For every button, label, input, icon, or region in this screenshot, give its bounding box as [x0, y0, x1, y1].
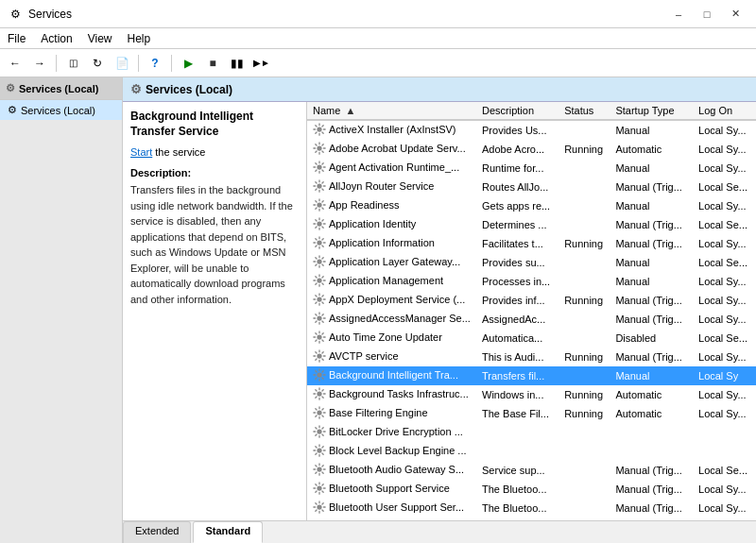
table-row[interactable]: Bluetooth Support ServiceThe Bluetoo...M…: [307, 480, 756, 499]
col-header-description[interactable]: Description: [476, 102, 558, 120]
table-row[interactable]: Application IdentityDetermines ...Manual…: [307, 215, 756, 234]
col-header-status[interactable]: Status: [558, 102, 610, 120]
cell-status: [558, 461, 610, 480]
table-row[interactable]: AllJoyn Router ServiceRoutes AllJo...Man…: [307, 178, 756, 196]
table-row[interactable]: Agent Activation Runtime_...Runtime for.…: [307, 159, 756, 178]
table-row[interactable]: Base Filtering EngineThe Base Fil...Runn…: [307, 404, 756, 423]
back-button[interactable]: ←: [4, 52, 26, 75]
table-row[interactable]: App ReadinessGets apps re...ManualLocal …: [307, 196, 756, 215]
svg-point-6: [317, 240, 321, 245]
cell-logon: Local Sy: [693, 366, 756, 385]
menu-help[interactable]: Help: [120, 28, 159, 48]
table-row[interactable]: Application InformationFacilitates t...R…: [307, 234, 756, 253]
svg-point-2: [317, 164, 321, 169]
services-table-area[interactable]: Name ▲ Description Status Startup Type L…: [307, 102, 756, 520]
cell-startup: [610, 442, 693, 461]
service-gear-icon: [313, 349, 326, 363]
table-row[interactable]: Application ManagementProcesses in...Man…: [307, 272, 756, 291]
refresh-button[interactable]: ↻: [86, 52, 109, 75]
cell-description: Adobe Acro...: [476, 140, 558, 159]
table-row[interactable]: Adobe Acrobat Update Serv...Adobe Acro..…: [307, 140, 756, 159]
service-gear-icon: [313, 142, 326, 155]
help-button[interactable]: ?: [144, 52, 166, 75]
cell-startup: Manual (Trig...: [610, 291, 693, 310]
bottom-tabs: Extended Standard: [123, 520, 756, 543]
cell-name: ActiveX Installer (AxInstSV): [307, 120, 476, 140]
cell-status: [558, 423, 610, 442]
cell-description: Gets apps re...: [476, 196, 558, 215]
start-service-link[interactable]: Start: [130, 146, 152, 158]
menu-view[interactable]: View: [80, 28, 120, 48]
menu-action[interactable]: Action: [33, 28, 79, 48]
svg-point-11: [317, 334, 321, 339]
sidebar-item-services-local[interactable]: ⚙ Services (Local): [0, 100, 122, 120]
sidebar-item-label: Services (Local): [21, 105, 95, 116]
start-service-button[interactable]: ▶: [177, 52, 199, 75]
table-row[interactable]: ActiveX Installer (AxInstSV)Provides Us.…: [307, 120, 756, 140]
toolbar-sep-3: [171, 55, 172, 72]
svg-point-16: [317, 429, 321, 433]
sidebar: ⚙ Services (Local) ⚙ Services (Local): [0, 77, 123, 543]
cell-description: Runtime for...: [476, 159, 558, 178]
svg-point-18: [317, 467, 321, 471]
cell-name: AppX Deployment Service (...: [307, 291, 476, 310]
cell-logon: Local Sy...: [693, 348, 756, 366]
tab-standard[interactable]: Standard: [193, 521, 263, 543]
table-row[interactable]: Bluetooth Audio Gateway S...Service sup.…: [307, 461, 756, 480]
forward-button[interactable]: →: [28, 52, 51, 75]
svg-point-4: [317, 202, 321, 207]
close-button[interactable]: ✕: [722, 1, 748, 27]
cell-status: [558, 178, 610, 196]
service-gear-icon: [313, 312, 326, 325]
sidebar-icon: ⚙: [6, 82, 15, 94]
cell-description: Service sup...: [476, 461, 558, 480]
svg-point-17: [317, 448, 321, 452]
svg-point-20: [317, 504, 321, 509]
cell-startup: Manual (Trig...: [610, 310, 693, 329]
col-header-name[interactable]: Name ▲: [307, 102, 476, 120]
detail-description-text: Transfers files in the background using …: [130, 182, 299, 307]
maximize-button[interactable]: □: [694, 1, 720, 27]
cell-startup: Manual: [610, 253, 693, 272]
cell-startup: [610, 423, 693, 442]
table-row[interactable]: Background Tasks Infrastruc...Windows in…: [307, 385, 756, 404]
cell-name: BitLocker Drive Encryption ...: [307, 423, 476, 442]
cell-startup: Manual: [610, 272, 693, 291]
sort-arrow-name: ▲: [345, 105, 355, 116]
svg-point-7: [317, 259, 321, 263]
table-row[interactable]: Auto Time Zone UpdaterAutomatica...Disab…: [307, 329, 756, 348]
table-row[interactable]: Application Layer Gateway...Provides su.…: [307, 253, 756, 272]
table-row[interactable]: Block Level Backup Engine ...: [307, 442, 756, 461]
table-row[interactable]: BitLocker Drive Encryption ...BDESVC hos…: [307, 423, 756, 442]
cell-logon: [693, 442, 756, 461]
svg-point-0: [317, 127, 321, 131]
cell-name: Agent Activation Runtime_...: [307, 159, 476, 178]
table-row[interactable]: Bluetooth User Support Ser...The Bluetoo…: [307, 499, 756, 518]
menu-bar: File Action View Help: [0, 28, 756, 49]
cell-logon: Local Sy...: [693, 159, 756, 178]
svg-point-8: [317, 278, 321, 282]
resume-service-button[interactable]: ▶►: [250, 52, 273, 75]
pause-service-button[interactable]: ▮▮: [226, 52, 249, 75]
cell-description: AssignedAc...: [476, 310, 558, 329]
menu-file[interactable]: File: [0, 28, 33, 48]
table-row[interactable]: AppX Deployment Service (...Provides inf…: [307, 291, 756, 310]
service-gear-icon: [313, 368, 326, 382]
minimize-button[interactable]: –: [665, 1, 692, 27]
tab-extended[interactable]: Extended: [123, 521, 191, 543]
cell-description: Routes AllJo...: [476, 178, 558, 196]
col-header-startup[interactable]: Startup Type: [610, 102, 693, 120]
export-button[interactable]: 📄: [111, 52, 133, 75]
cell-startup: Manual (Trig...: [610, 461, 693, 480]
content-header: ⚙ Services (Local): [123, 77, 756, 102]
col-header-logon[interactable]: Log On: [693, 102, 756, 120]
toolbar: ← → ◫ ↻ 📄 ? ▶ ■ ▮▮ ▶►: [0, 49, 756, 77]
show-hide-button[interactable]: ◫: [61, 52, 84, 75]
cell-description: Determines ...: [476, 215, 558, 234]
svg-point-12: [317, 353, 321, 358]
table-row[interactable]: AVCTP serviceThis is Audi...RunningManua…: [307, 348, 756, 366]
table-row[interactable]: Background Intelligent Tra...Transfers f…: [307, 366, 756, 385]
stop-service-button[interactable]: ■: [201, 52, 224, 75]
table-row[interactable]: AssignedAccessManager Se...AssignedAc...…: [307, 310, 756, 329]
cell-logon: Local Sy...: [693, 120, 756, 140]
